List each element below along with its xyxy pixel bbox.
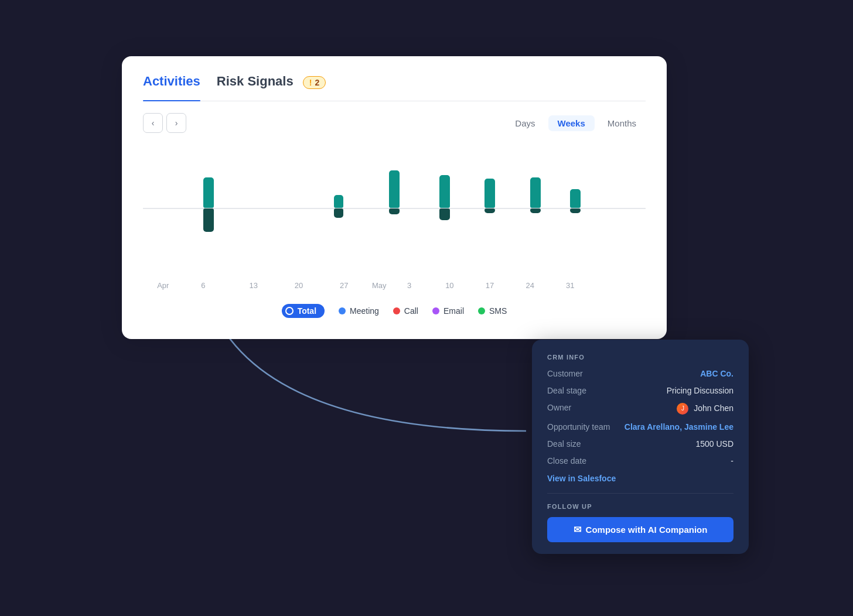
owner-label: Owner bbox=[547, 403, 612, 412]
x-label-13: 13 bbox=[250, 281, 258, 290]
bar-bottom-4 bbox=[439, 208, 450, 220]
x-label-6: 6 bbox=[201, 281, 205, 290]
legend-call[interactable]: Call bbox=[393, 306, 418, 316]
risk-badge: ! 2 bbox=[303, 76, 326, 89]
x-label-27: 27 bbox=[340, 281, 348, 290]
opp-team-label: Opportunity team bbox=[547, 422, 612, 432]
nav-buttons: ‹ › bbox=[143, 113, 186, 133]
bar-bottom-7 bbox=[570, 208, 581, 213]
total-label: Total bbox=[298, 306, 316, 316]
bar-bottom-3 bbox=[389, 208, 400, 214]
x-label-may: May bbox=[372, 281, 387, 290]
tab-activities[interactable]: Activities bbox=[143, 74, 200, 95]
owner-avatar: J bbox=[677, 403, 688, 415]
x-label-10: 10 bbox=[445, 281, 453, 290]
x-label-31: 31 bbox=[566, 281, 574, 290]
next-button[interactable]: › bbox=[166, 113, 186, 133]
compose-label: Compose with AI Companion bbox=[586, 525, 708, 535]
x-label-3: 3 bbox=[407, 281, 411, 290]
view-weeks-button[interactable]: Weeks bbox=[548, 115, 595, 131]
bar-bottom-6 bbox=[530, 208, 541, 213]
bar-group-3 bbox=[389, 170, 400, 208]
prev-button[interactable]: ‹ bbox=[143, 113, 163, 133]
bar-group-7b bbox=[570, 208, 581, 213]
bar-top-4 bbox=[439, 175, 450, 208]
meeting-dot bbox=[339, 307, 346, 314]
bar-group-6 bbox=[530, 177, 541, 208]
salesforce-link[interactable]: View in Salesfoce bbox=[547, 474, 616, 483]
legend-total[interactable]: Total bbox=[282, 304, 325, 318]
tab-risk-signals[interactable]: Risk Signals ! 2 bbox=[217, 74, 326, 95]
opp-team-value[interactable]: Clara Arellano, Jasmine Lee bbox=[619, 422, 733, 432]
view-days-button[interactable]: Days bbox=[506, 115, 544, 131]
bar-top-7 bbox=[570, 189, 581, 208]
crm-row-opp-team: Opportunity team Clara Arellano, Jasmine… bbox=[547, 422, 733, 432]
controls-row: ‹ › Days Weeks Months bbox=[143, 113, 646, 133]
bar-top-5 bbox=[484, 179, 495, 208]
crm-row-customer: Customer ABC Co. bbox=[547, 369, 733, 378]
customer-value[interactable]: ABC Co. bbox=[619, 369, 733, 378]
bar-top-3 bbox=[389, 170, 400, 208]
bar-group-4b bbox=[439, 208, 450, 220]
activities-card: Activities Risk Signals ! 2 ‹ › Days Wee… bbox=[122, 56, 667, 339]
compose-icon: ✉ bbox=[574, 524, 581, 535]
deal-size-label: Deal size bbox=[547, 439, 612, 449]
close-date-value: - bbox=[619, 456, 733, 466]
risk-excl-icon: ! bbox=[309, 78, 312, 87]
call-dot bbox=[393, 307, 400, 314]
close-date-label: Close date bbox=[547, 456, 612, 466]
bar-group-1 bbox=[203, 177, 214, 208]
email-dot bbox=[432, 307, 439, 314]
bar-group-4 bbox=[439, 175, 450, 208]
bar-group-5b bbox=[484, 208, 495, 213]
bar-group-2b bbox=[334, 208, 343, 218]
compose-button[interactable]: ✉ Compose with AI Companion bbox=[547, 517, 733, 542]
bar-bottom-2 bbox=[334, 208, 343, 218]
view-toggle: Days Weeks Months bbox=[506, 115, 646, 131]
risk-count: 2 bbox=[315, 78, 319, 87]
bar-group-3b bbox=[389, 208, 400, 214]
x-label-24: 24 bbox=[526, 281, 534, 290]
tabs-row: Activities Risk Signals ! 2 bbox=[143, 74, 646, 101]
deal-stage-label: Deal stage bbox=[547, 386, 612, 395]
crm-section-label: CRM INFO bbox=[547, 354, 733, 361]
owner-value: J John Chen bbox=[619, 403, 733, 415]
follow-up-label: FOLLOW UP bbox=[547, 503, 733, 510]
view-months-button[interactable]: Months bbox=[598, 115, 646, 131]
bar-group-2 bbox=[334, 195, 343, 208]
crm-card: CRM INFO Customer ABC Co. Deal stage Pri… bbox=[532, 340, 749, 554]
bar-group-5 bbox=[484, 179, 495, 208]
bar-group-1b bbox=[203, 208, 214, 232]
x-label-20: 20 bbox=[295, 281, 303, 290]
crm-row-deal-size: Deal size 1500 USD bbox=[547, 439, 733, 449]
sms-label: SMS bbox=[489, 306, 507, 316]
x-label-17: 17 bbox=[486, 281, 494, 290]
chart-area bbox=[143, 143, 646, 272]
legend-email[interactable]: Email bbox=[432, 306, 464, 316]
crm-row-deal-stage: Deal stage Pricing Discussion bbox=[547, 386, 733, 395]
meeting-label: Meeting bbox=[350, 306, 379, 316]
scene: Activities Risk Signals ! 2 ‹ › Days Wee… bbox=[104, 45, 749, 571]
chart-legend: Total Meeting Call Email SMS bbox=[143, 304, 646, 318]
legend-sms[interactable]: SMS bbox=[478, 306, 507, 316]
legend-meeting[interactable]: Meeting bbox=[339, 306, 379, 316]
x-axis: Apr 6 13 20 27 May 3 10 17 24 31 bbox=[143, 277, 646, 293]
deal-stage-value: Pricing Discussion bbox=[619, 386, 733, 395]
bar-top-6 bbox=[530, 177, 541, 208]
sms-dot bbox=[478, 307, 485, 314]
email-label: Email bbox=[443, 306, 464, 316]
bar-top-1 bbox=[203, 177, 214, 208]
call-label: Call bbox=[404, 306, 418, 316]
bar-bottom-1 bbox=[203, 208, 214, 232]
total-icon bbox=[285, 307, 294, 315]
bar-group-7 bbox=[570, 189, 581, 208]
crm-row-close-date: Close date - bbox=[547, 456, 733, 466]
bar-bottom-5 bbox=[484, 208, 495, 213]
x-label-apr: Apr bbox=[157, 281, 169, 290]
bar-group-6b bbox=[530, 208, 541, 213]
deal-size-value: 1500 USD bbox=[619, 439, 733, 449]
crm-row-owner: Owner J John Chen bbox=[547, 403, 733, 415]
bar-top-2 bbox=[334, 195, 343, 208]
customer-label: Customer bbox=[547, 369, 612, 378]
crm-divider bbox=[547, 493, 733, 494]
